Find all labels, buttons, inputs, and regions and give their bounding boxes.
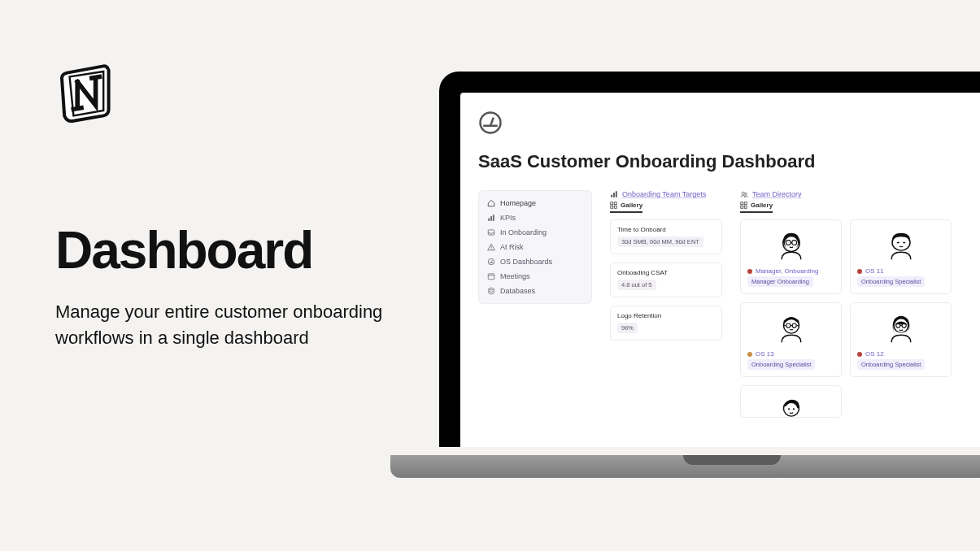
calendar-icon (487, 272, 495, 280)
kpi-title: Time to Onboard (617, 226, 715, 233)
kpi-card[interactable]: Onboading CSAT 4.8 out of 5 (610, 262, 722, 297)
directory-grid: Manager, Onboarding Manager Onboarding O… (740, 219, 952, 418)
view-tab-label: Gallery (751, 202, 773, 209)
gallery-icon (610, 202, 617, 209)
person-card[interactable]: OS 11 Onboarding Specialist (850, 219, 952, 294)
svg-point-21 (742, 192, 744, 194)
warning-icon (487, 243, 495, 251)
avatar (857, 225, 944, 267)
svg-point-0 (481, 113, 501, 133)
svg-point-7 (488, 258, 494, 265)
svg-point-13 (489, 288, 494, 290)
directory-view-tabs: Gallery (740, 202, 952, 213)
view-tab-label: Gallery (621, 202, 642, 209)
person-name[interactable]: Manager, Onboarding (747, 267, 834, 275)
gauge-icon (487, 258, 495, 266)
svg-rect-16 (616, 191, 617, 197)
targets-header-label: Onboarding Team Targets (622, 190, 706, 198)
person-name[interactable]: OS 12 (857, 350, 944, 358)
person-card[interactable]: OS 12 Onboarding Specialist (850, 302, 952, 377)
status-dot-icon (747, 352, 752, 357)
status-dot-icon (857, 269, 862, 274)
role-badge: Onboarding Specialist (857, 276, 925, 287)
svg-rect-2 (490, 216, 492, 221)
role-badge: Onboarding Specialist (857, 359, 925, 370)
laptop-frame: SaaS Customer Onboarding Dashboard Homep… (439, 72, 980, 447)
targets-header[interactable]: Onboarding Team Targets (610, 190, 722, 198)
database-icon (487, 287, 495, 295)
kpi-badge: 30d SMB, 60d MM, 90d ENT (617, 236, 703, 247)
targets-view-tabs: Gallery (610, 202, 722, 213)
person-name[interactable]: OS 11 (857, 267, 944, 275)
laptop-mockup: SaaS Customer Onboarding Dashboard Homep… (439, 72, 980, 478)
directory-header[interactable]: Team Directory (740, 190, 952, 198)
app-screen: SaaS Customer Onboarding Dashboard Homep… (460, 93, 980, 447)
kpi-title: Onboading CSAT (617, 269, 715, 276)
hero-subtitle: Manage your entire customer onboarding w… (55, 299, 397, 351)
svg-rect-14 (611, 195, 612, 197)
svg-rect-25 (741, 206, 743, 208)
person-name[interactable]: OS 13 (747, 350, 834, 358)
nav-label: Homepage (500, 199, 536, 207)
svg-rect-3 (493, 215, 494, 221)
nav-item-meetings[interactable]: Meetings (486, 269, 585, 284)
nav-card: Homepage KPIs In Onboarding (478, 190, 592, 304)
status-dot-icon (857, 352, 862, 357)
role-badge: Manager Onboarding (747, 276, 813, 287)
inbox-icon (487, 228, 495, 236)
nav-label: Meetings (500, 272, 530, 280)
bar-chart-icon (610, 190, 618, 198)
nav-label: Databases (500, 287, 535, 295)
nav-label: At Risk (500, 243, 524, 251)
kpi-card[interactable]: Time to Onboard 30d SMB, 60d MM, 90d ENT (610, 219, 722, 254)
svg-point-46 (792, 408, 794, 410)
nav-item-in-onboarding[interactable]: In Onboarding (486, 225, 585, 240)
targets-panel: Onboarding Team Targets Gallery Time to … (610, 190, 722, 349)
svg-rect-26 (744, 206, 747, 208)
directory-header-label: Team Directory (752, 190, 802, 198)
svg-rect-24 (744, 202, 747, 205)
nav-label: KPIs (500, 214, 516, 222)
nav-item-kpis[interactable]: KPIs (486, 210, 585, 225)
person-card[interactable] (740, 385, 842, 418)
gallery-icon (740, 202, 747, 209)
directory-panel: Team Directory Gallery (740, 190, 952, 418)
status-dot-icon (747, 269, 752, 274)
svg-rect-18 (614, 202, 616, 205)
hero-section: Dashboard Manage your entire customer on… (55, 59, 397, 351)
avatar (747, 308, 834, 350)
notion-logo-icon (55, 59, 120, 124)
laptop-notch (683, 455, 781, 465)
person-card[interactable]: Manager, Onboarding Manager Onboarding (740, 219, 842, 294)
svg-rect-15 (613, 193, 615, 197)
kpi-badge: 4.8 out of 5 (617, 280, 656, 290)
hero-title: Dashboard (55, 224, 397, 276)
page-gauge-icon (478, 111, 503, 135)
svg-rect-8 (488, 274, 494, 280)
bar-chart-icon (487, 214, 495, 222)
people-icon (740, 190, 748, 198)
nav-item-at-risk[interactable]: At Risk (486, 240, 585, 254)
role-badge: Onboarding Specialist (747, 359, 815, 370)
kpi-badge: 96% (617, 323, 638, 333)
svg-rect-1 (488, 219, 490, 221)
avatar (747, 391, 834, 418)
person-card[interactable]: OS 13 Onboarding Specialist (740, 302, 842, 377)
svg-rect-23 (741, 202, 743, 205)
view-tab-gallery[interactable]: Gallery (610, 202, 642, 213)
nav-item-homepage[interactable]: Homepage (486, 196, 585, 210)
home-icon (487, 199, 495, 207)
svg-rect-17 (611, 202, 613, 205)
view-tab-gallery[interactable]: Gallery (740, 202, 773, 213)
svg-rect-20 (614, 206, 616, 208)
kpi-card[interactable]: Logo Retention 96% (610, 306, 722, 341)
avatar (747, 225, 834, 267)
svg-point-45 (787, 408, 789, 410)
svg-point-6 (491, 249, 492, 249)
nav-label: OS Dashboards (500, 258, 552, 266)
nav-label: In Onboarding (500, 228, 547, 236)
svg-point-22 (745, 193, 747, 195)
avatar (857, 308, 944, 350)
nav-item-os-dashboards[interactable]: OS Dashboards (486, 254, 585, 269)
nav-item-databases[interactable]: Databases (486, 284, 585, 298)
